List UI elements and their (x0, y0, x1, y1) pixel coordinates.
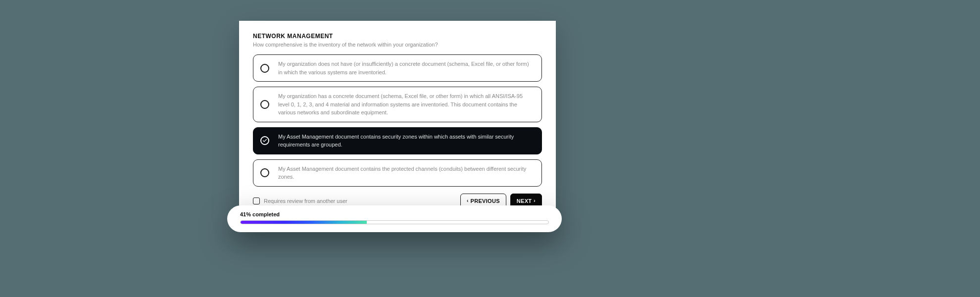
progress-pill: 41% completed (227, 205, 562, 232)
next-label: NEXT (517, 198, 532, 204)
radio-icon (260, 168, 269, 177)
option-3[interactable]: My Asset Management document contains th… (253, 159, 542, 187)
section-subtitle: How comprehensive is the inventory of th… (253, 42, 542, 48)
radio-icon (260, 64, 269, 73)
section-title: NETWORK MANAGEMENT (253, 33, 542, 40)
review-row: Requires review from another user (253, 198, 347, 204)
radio-icon (260, 100, 269, 109)
review-label: Requires review from another user (264, 198, 347, 204)
option-text: My Asset Management document contains th… (278, 165, 532, 181)
option-text: My organization does not have (or insuff… (278, 60, 532, 76)
progress-track (240, 220, 549, 224)
option-0[interactable]: My organization does not have (or insuff… (253, 54, 542, 82)
review-checkbox[interactable] (253, 198, 260, 204)
chevron-right-icon: › (534, 198, 536, 203)
option-2[interactable]: My Asset Management document contains se… (253, 127, 542, 154)
question-card: NETWORK MANAGEMENT How comprehensive is … (239, 21, 556, 219)
chevron-left-icon: ‹ (467, 198, 469, 203)
radio-checked-icon (260, 136, 269, 145)
progress-fill (241, 221, 367, 224)
option-text: My Asset Management document contains se… (278, 133, 532, 149)
option-1[interactable]: My organization has a concrete document … (253, 87, 542, 122)
option-text: My organization has a concrete document … (278, 92, 532, 117)
progress-label: 41% completed (240, 211, 549, 217)
previous-label: PREVIOUS (471, 198, 500, 204)
